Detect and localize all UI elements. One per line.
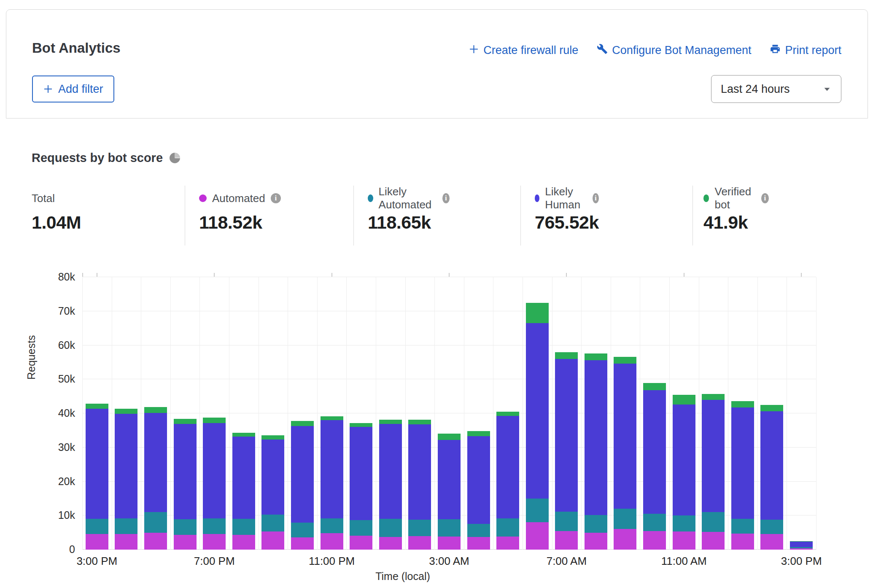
stat-value: 1.04M <box>32 212 81 233</box>
stat-value: 41.9k <box>703 212 769 233</box>
y-tick-label: 70k <box>16 305 75 317</box>
bar-4-00-pm[interactable] <box>112 277 141 550</box>
bar-8-00-am[interactable] <box>581 277 611 550</box>
header-action-configure-bot-management[interactable]: Configure Bot Management <box>597 43 751 57</box>
header-action-print-report[interactable]: Print report <box>770 43 841 57</box>
bar-7-00-am[interactable] <box>552 277 582 550</box>
stacked-bar <box>526 303 549 550</box>
segment-verified-bot <box>438 434 461 440</box>
stacked-bar <box>790 541 813 550</box>
bar-6-00-pm[interactable] <box>170 277 200 550</box>
segment-verified-bot <box>203 418 226 423</box>
legend-dot <box>535 194 539 202</box>
bar-1-00-pm[interactable] <box>728 277 757 550</box>
segment-likely-automated <box>702 512 725 532</box>
bar-3-00-am[interactable] <box>434 277 464 550</box>
bar-2-00-pm[interactable] <box>757 277 787 550</box>
segment-verified-bot <box>731 401 754 407</box>
bar-6-00-am[interactable] <box>523 277 552 550</box>
segment-likely-automated <box>614 509 636 529</box>
bar-8-00-pm[interactable] <box>229 277 259 550</box>
stacked-bar <box>731 401 754 550</box>
printer-icon <box>770 43 781 57</box>
bar-1-00-am[interactable] <box>376 277 405 550</box>
segment-likely-automated <box>350 520 372 536</box>
x-tick-label: 3:00 PM <box>755 555 848 568</box>
info-icon[interactable]: i <box>271 193 281 203</box>
segment-automated <box>408 536 431 550</box>
segment-likely-automated <box>585 515 607 533</box>
stacked-bar <box>232 433 255 550</box>
segment-verified-bot <box>115 409 137 414</box>
bar-3-00-pm[interactable] <box>82 277 112 550</box>
stacked-bar <box>174 419 197 550</box>
segment-likely-human <box>790 542 813 548</box>
stacked-bar <box>585 353 607 550</box>
segment-automated <box>379 537 402 550</box>
bar-2-00-am[interactable] <box>405 277 435 550</box>
stacked-bar <box>467 431 490 550</box>
bar-3-00-pm[interactable] <box>787 277 816 550</box>
y-tick-label: 0 <box>16 543 75 556</box>
stacked-bar <box>261 435 284 550</box>
stacked-bar <box>408 420 431 550</box>
legend-dot <box>368 194 373 202</box>
x-axis-title: Time (local) <box>314 570 491 583</box>
x-tick-label: 7:00 PM <box>168 555 261 568</box>
y-tick-label: 60k <box>16 339 75 351</box>
info-icon[interactable]: i <box>593 193 599 203</box>
bar-10-00-am[interactable] <box>640 277 669 550</box>
segment-likely-automated <box>115 518 137 534</box>
stat-verified-bot: Verified boti41.9k <box>703 192 769 233</box>
stacked-bar <box>673 395 695 550</box>
bar-4-00-am[interactable] <box>464 277 493 550</box>
header-action-create-firewall-rule[interactable]: Create firewall rule <box>469 44 578 57</box>
segment-likely-automated <box>174 519 197 535</box>
segment-verified-bot <box>350 423 372 427</box>
page-title: Bot Analytics <box>32 40 121 56</box>
stacked-bar <box>438 434 461 550</box>
segment-likely-automated <box>438 519 461 537</box>
segment-verified-bot <box>673 395 695 405</box>
segment-likely-automated <box>467 524 490 537</box>
bar-7-00-pm[interactable] <box>199 277 229 550</box>
bar-5-00-am[interactable] <box>493 277 523 550</box>
bar-11-00-am[interactable] <box>669 277 699 550</box>
stat-likely-automated: Likely Automatedi118.65k <box>368 192 450 233</box>
bar-9-00-am[interactable] <box>611 277 640 550</box>
segment-verified-bot <box>526 303 549 323</box>
stacked-bar <box>115 409 137 550</box>
bar-12-00-pm[interactable] <box>698 277 728 550</box>
segment-verified-bot <box>291 421 314 426</box>
bar-9-00-pm[interactable] <box>259 277 288 550</box>
info-icon[interactable]: i <box>761 193 769 203</box>
segment-automated <box>291 537 314 550</box>
time-range-select[interactable]: Last 24 hours <box>711 75 841 103</box>
bar-11-00-pm[interactable] <box>317 277 347 550</box>
info-icon[interactable]: i <box>442 193 450 203</box>
add-filter-button[interactable]: Add filter <box>32 76 114 102</box>
segment-verified-bot <box>555 352 578 359</box>
bars <box>82 277 816 550</box>
x-tick-label: 11:00 AM <box>638 555 730 568</box>
segment-automated <box>203 534 226 550</box>
y-tick-label: 50k <box>16 373 75 385</box>
stacked-bar <box>350 423 372 550</box>
y-tick-label: 40k <box>16 407 75 419</box>
x-gridline <box>816 277 816 550</box>
segment-verified-bot <box>232 433 255 437</box>
stat-label: Total <box>32 192 55 205</box>
chevron-down-icon <box>822 84 832 94</box>
segment-automated <box>350 536 372 550</box>
bar-10-00-pm[interactable] <box>288 277 317 550</box>
bar-5-00-pm[interactable] <box>141 277 170 550</box>
stacked-bar <box>702 394 725 550</box>
segment-verified-bot <box>467 431 490 436</box>
segment-likely-human <box>261 440 284 515</box>
bar-12-00-am[interactable] <box>346 277 376 550</box>
segment-automated <box>115 534 137 550</box>
stacked-bar <box>144 407 167 550</box>
segment-verified-bot <box>379 420 402 423</box>
stat-head: Likely Humani <box>535 192 599 205</box>
segment-automated <box>760 534 783 550</box>
